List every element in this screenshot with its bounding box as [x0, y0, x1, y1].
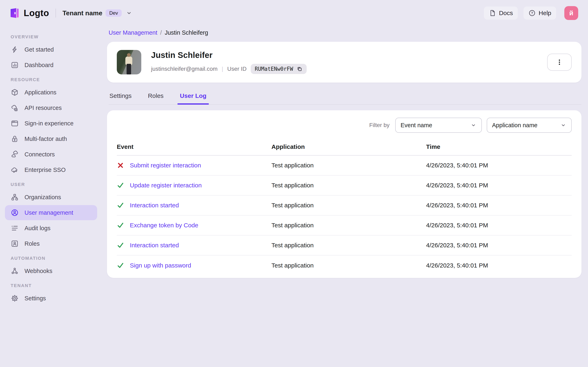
tenant-name[interactable]: Tenant name	[62, 9, 102, 17]
document-icon	[489, 9, 496, 17]
sidebar-item-dashboard[interactable]: Dashboard	[5, 58, 97, 73]
more-actions-button[interactable]	[547, 54, 572, 71]
topbar-divider	[56, 8, 56, 17]
sidebar-section-tenant: TENANT	[5, 279, 97, 291]
sidebar-item-label: User management	[25, 209, 73, 216]
sidebar-section-resource: RESOURCE	[5, 73, 97, 85]
logto-console: Logto Tenant name Dev Docs ? Help й	[0, 0, 588, 367]
sidebar-item-get-started[interactable]: Get started	[5, 42, 97, 57]
event-link[interactable]: Exchange token by Code	[130, 222, 198, 229]
user-id-label: User ID	[227, 66, 247, 72]
sidebar-item-sign-in-experience[interactable]: Sign-in experience	[5, 116, 97, 131]
enterprise-sso-icon	[11, 166, 19, 174]
bolt-icon	[11, 45, 19, 54]
application-name-select-value: Application name	[492, 122, 537, 129]
meta-divider: |	[222, 66, 223, 72]
breadcrumb-user-management-link[interactable]: User Management	[109, 29, 157, 36]
sidebar-item-api-resources[interactable]: API resources	[5, 100, 97, 115]
success-check-icon	[117, 202, 124, 209]
table-row: Interaction started Test application 4/2…	[117, 235, 572, 256]
sidebar-item-audit-logs[interactable]: Audit logs	[5, 221, 97, 236]
account-avatar[interactable]: й	[564, 6, 578, 20]
event-link[interactable]: Interaction started	[130, 242, 179, 249]
sidebar-item-label: Enterprise SSO	[25, 167, 66, 173]
column-header-event: Event	[117, 143, 272, 150]
user-circle-icon	[11, 209, 19, 217]
sidebar-item-label: Multi-factor auth	[25, 136, 67, 142]
logto-logo-icon[interactable]	[8, 7, 20, 19]
sidebar-item-label: Organizations	[25, 194, 61, 201]
table-row: Submit register interaction Test applica…	[117, 156, 572, 175]
table-row: Update register interaction Test applica…	[117, 175, 572, 196]
org-tree-icon	[11, 193, 19, 201]
success-check-icon	[117, 222, 124, 229]
chevron-down-icon	[560, 122, 566, 128]
user-id-value: RUMatENw0rFW	[255, 66, 293, 72]
user-id-chip[interactable]: RUMatENw0rFW	[251, 64, 307, 74]
sidebar-item-user-management[interactable]: User management	[5, 205, 97, 220]
filter-row: Filter by Event name Application name	[117, 118, 572, 133]
application-cell: Test application	[272, 242, 426, 249]
sidebar-section-automation: AUTOMATION	[5, 252, 97, 263]
sidebar-item-webhooks[interactable]: Webhooks	[5, 263, 97, 278]
connectors-cloud-icon	[11, 150, 19, 158]
table-row: Exchange token by Code Test application …	[117, 216, 572, 235]
sidebar-section-overview: OVERVIEW	[5, 30, 97, 42]
sidebar-item-label: Roles	[25, 240, 40, 247]
sidebar-item-label: Sign-in experience	[25, 120, 73, 127]
svg-text:?: ?	[531, 11, 533, 15]
event-link[interactable]: Update register interaction	[130, 182, 202, 189]
time-cell: 4/26/2023, 5:40:01 PM	[426, 202, 572, 209]
sidebar-item-label: Settings	[25, 295, 46, 302]
column-header-time: Time	[426, 143, 572, 150]
help-button[interactable]: ? Help	[523, 7, 556, 20]
sidebar-item-organizations[interactable]: Organizations	[5, 190, 97, 205]
event-link[interactable]: Submit register interaction	[130, 162, 201, 169]
docs-button[interactable]: Docs	[484, 7, 518, 20]
audit-list-icon	[11, 224, 19, 232]
sidebar-item-connectors[interactable]: Connectors	[5, 147, 97, 162]
sidebar-item-multi-factor-auth[interactable]: Multi-factor auth	[5, 131, 97, 146]
sidebar-item-applications[interactable]: Applications	[5, 85, 97, 100]
user-card: Justin Schleifer justinschleifer@gmail.c…	[107, 42, 581, 83]
application-cell: Test application	[272, 202, 426, 209]
tenant-env-badge: Dev	[105, 9, 122, 17]
role-card-icon	[11, 240, 19, 248]
event-link[interactable]: Sign up with password	[130, 262, 191, 269]
docs-label: Docs	[499, 9, 513, 17]
sidebar-item-enterprise-sso[interactable]: Enterprise SSO	[5, 162, 97, 177]
sidebar-item-label: Webhooks	[25, 268, 52, 275]
user-name: Justin Schleifer	[151, 50, 547, 60]
application-cell: Test application	[272, 222, 426, 229]
chevron-down-icon[interactable]	[126, 10, 132, 16]
sidebar-item-roles[interactable]: Roles	[5, 236, 97, 251]
sidebar-item-settings[interactable]: Settings	[5, 291, 97, 306]
time-cell: 4/26/2023, 5:40:01 PM	[426, 222, 572, 229]
question-circle-icon: ?	[528, 9, 536, 17]
event-name-select[interactable]: Event name	[395, 118, 482, 133]
sidebar-item-label: Connectors	[25, 151, 55, 158]
application-cell: Test application	[272, 262, 426, 269]
filter-by-label: Filter by	[369, 122, 389, 128]
help-label: Help	[539, 9, 551, 17]
application-name-select[interactable]: Application name	[487, 118, 572, 133]
time-cell: 4/26/2023, 5:40:01 PM	[426, 242, 572, 249]
gear-icon	[11, 294, 19, 302]
tab-user-log[interactable]: User Log	[179, 92, 207, 104]
application-cell: Test application	[272, 162, 426, 169]
user-email: justinschleifer@gmail.com	[151, 66, 218, 72]
logto-wordmark: Logto	[24, 8, 49, 18]
top-bar: Logto Tenant name Dev Docs ? Help й	[0, 0, 588, 26]
copy-icon[interactable]	[296, 66, 303, 72]
tab-roles[interactable]: Roles	[147, 92, 164, 104]
table-row: Sign up with password Test application 4…	[117, 256, 572, 275]
kebab-icon	[556, 59, 563, 66]
tab-settings[interactable]: Settings	[109, 92, 132, 104]
event-name-select-value: Event name	[401, 122, 432, 129]
sidebar-item-label: Dashboard	[25, 62, 53, 68]
sidebar-item-label: Audit logs	[25, 225, 51, 232]
breadcrumb: User Management / Justin Schleiferg	[109, 29, 581, 36]
event-link[interactable]: Interaction started	[130, 202, 179, 209]
sign-in-browser-icon	[11, 119, 19, 127]
user-log-panel: Filter by Event name Application name	[107, 110, 581, 278]
